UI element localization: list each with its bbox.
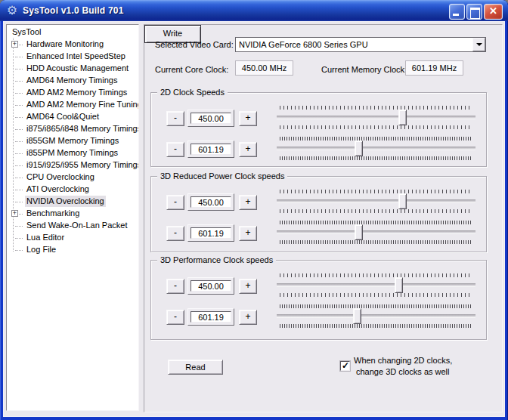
slider-track[interactable] — [277, 314, 475, 318]
core-clock-readout: 450.00 MHz — [235, 60, 293, 76]
sync-checkbox[interactable] — [340, 361, 350, 371]
clock-slider — [277, 106, 475, 129]
video-card-label: Selected Video Card: — [155, 39, 234, 50]
clock-value-input[interactable] — [190, 311, 231, 323]
decrement-button[interactable]: - — [166, 111, 184, 126]
clock-spin-row: - + — [166, 277, 257, 295]
tree-branch-line — [15, 117, 23, 118]
dropdown-button[interactable] — [472, 38, 485, 51]
tree-item-label: AMD AM2 Memory Fine Tuning — [25, 99, 139, 110]
slider-track[interactable] — [277, 230, 475, 234]
tree-item-label: i875/i865/i848 Memory Timings — [25, 123, 139, 134]
tree-item[interactable]: i875/i865/i848 Memory Timings — [8, 123, 138, 135]
clock-group: 3D Reduced Power Clock speeds - + - + — [150, 176, 487, 252]
tree-item[interactable]: HDD Acoustic Management — [8, 63, 138, 75]
tree-branch-line — [15, 238, 23, 239]
slider-track[interactable] — [277, 116, 475, 119]
tree-item[interactable]: i855PM Memory Timings — [8, 147, 138, 159]
tree-item[interactable]: Lua Editor — [8, 232, 138, 244]
clock-spin-row: - + — [166, 141, 257, 158]
decrement-button[interactable]: - — [166, 142, 184, 157]
tree-items: + Hardware Monitoring Enhanced Intel Spe… — [8, 39, 138, 256]
tree-item[interactable]: + Hardware Monitoring — [8, 39, 138, 51]
tree-item[interactable]: Enhanced Intel SpeedStep — [8, 51, 138, 63]
clock-value-input[interactable] — [190, 227, 231, 239]
tree-item[interactable]: AMD AM2 Memory Fine Tuning — [8, 99, 138, 111]
increment-button[interactable]: + — [239, 279, 257, 294]
clock-group: 3D Performance Clock speeds - + - + — [150, 260, 487, 340]
increment-button[interactable]: + — [239, 195, 257, 210]
tree-item[interactable]: Log File — [8, 244, 138, 256]
slider-thumb[interactable] — [398, 193, 407, 209]
clock-value-input[interactable] — [190, 196, 231, 208]
tree-item[interactable]: AMD64 Cool&Quiet — [8, 111, 138, 123]
maximize-button[interactable] — [466, 4, 482, 20]
slider-thumb[interactable] — [395, 277, 403, 293]
increment-button[interactable]: + — [239, 310, 257, 325]
content-area: SysTool + Hardware Monitoring Enhanced I… — [3, 21, 505, 417]
tree-item[interactable]: AMD AM2 Memory Timings — [8, 87, 138, 99]
slider-ticks-bottom — [280, 324, 472, 328]
increment-button[interactable]: + — [239, 226, 257, 241]
slider-track[interactable] — [277, 147, 475, 150]
tree-branch-line — [15, 81, 23, 82]
tree-root-label: SysTool — [11, 26, 43, 38]
tree-branch-line — [15, 93, 23, 94]
tree-root[interactable]: SysTool — [8, 26, 138, 39]
slider-ticks-bottom — [280, 209, 472, 213]
tree-branch-line — [15, 129, 23, 130]
video-card-select[interactable]: NVIDIA GeForce 6800 Series GPU — [235, 37, 486, 52]
tree-item[interactable]: CPU Overclocking — [8, 171, 138, 184]
tree-item[interactable]: NVIDIA Overclocking — [8, 196, 138, 208]
core-clock-label: Current Core Clock: — [155, 64, 228, 75]
tree-item[interactable]: + Benchmarking — [8, 208, 138, 220]
expand-plus-icon[interactable]: + — [11, 210, 18, 217]
slider-track[interactable] — [277, 199, 475, 203]
tree-item-label: Benchmarking — [25, 208, 81, 219]
clock-value-frame — [187, 110, 234, 127]
sync-checkbox-label-line2: change 3D clocks as well — [354, 366, 452, 378]
memory-clock-label: Current Memory Clock: — [321, 64, 407, 75]
tree-item[interactable]: ATI Overclocking — [8, 184, 138, 196]
slider-thumb[interactable] — [398, 110, 407, 125]
minimize-button[interactable] — [449, 4, 465, 20]
gear-icon: ⚙ — [5, 4, 19, 17]
clock-spin-row: - + — [166, 224, 257, 242]
tree-item-label: Hardware Monitoring — [25, 39, 105, 50]
clock-spin-row: - + — [166, 110, 257, 127]
tree-branch-line — [15, 141, 23, 142]
slider-track[interactable] — [277, 283, 475, 287]
clock-value-input[interactable] — [190, 113, 231, 124]
slider-thumb[interactable] — [355, 141, 363, 156]
tree-branch-line — [15, 226, 23, 227]
clock-value-input[interactable] — [190, 280, 231, 292]
tree-item-label: Lua Editor — [25, 232, 66, 243]
expand-plus-icon[interactable]: + — [11, 41, 18, 48]
tree-branch-line — [15, 105, 23, 106]
tree-item[interactable]: i855GM Memory Timings — [8, 135, 138, 147]
tree-item-label: i855GM Memory Timings — [25, 135, 120, 147]
decrement-button[interactable]: - — [166, 195, 184, 210]
tree-item[interactable]: AMD64 Memory Timings — [8, 75, 138, 87]
increment-button[interactable]: + — [239, 111, 257, 126]
increment-button[interactable]: + — [239, 142, 257, 157]
slider-thumb[interactable] — [355, 224, 363, 240]
tree-item-label: NVIDIA Overclocking — [25, 196, 106, 207]
close-button[interactable] — [484, 4, 503, 20]
chevron-down-icon — [476, 43, 482, 46]
tree-item-label: i915/i925/i955 Memory Timings — [25, 159, 139, 171]
tree-item-label: Log File — [25, 244, 57, 255]
decrement-button[interactable]: - — [166, 310, 184, 325]
clock-value-frame — [187, 141, 234, 158]
clock-slider — [277, 190, 475, 213]
tree-item-label: HDD Acoustic Management — [25, 63, 130, 74]
decrement-button[interactable]: - — [166, 279, 184, 294]
decrement-button[interactable]: - — [166, 226, 184, 241]
tree-branch-line — [15, 153, 23, 154]
tree-item[interactable]: Send Wake-On-Lan Packet — [8, 220, 138, 232]
read-button[interactable]: Read — [168, 360, 223, 375]
sync-checkbox-label[interactable]: When changing 2D clocks, change 3D clock… — [354, 355, 452, 378]
slider-thumb[interactable] — [353, 308, 361, 324]
clock-value-input[interactable] — [190, 144, 231, 155]
tree-item[interactable]: i915/i925/i955 Memory Timings — [8, 159, 138, 171]
